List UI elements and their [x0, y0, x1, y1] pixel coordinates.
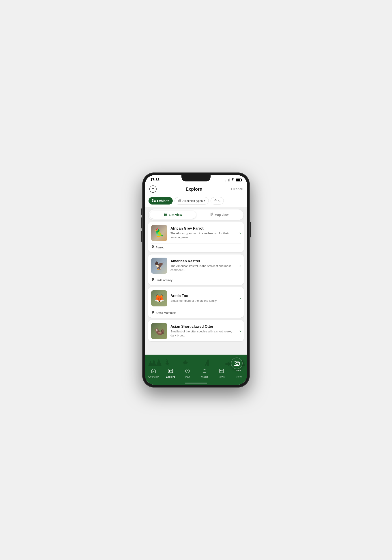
plan-icon — [185, 369, 190, 375]
nav-label-wallet: Wallet — [201, 375, 208, 378]
nav-item-overview[interactable]: Overview — [145, 368, 162, 379]
bottom-nav: Overview Explore — [145, 366, 247, 383]
svg-rect-12 — [214, 199, 215, 200]
phone-screen: 17:53 — [145, 175, 247, 385]
animal-location-kestrel: Birds of Prey — [156, 279, 172, 282]
animal-location-fox: Small Mammals — [156, 311, 176, 314]
animals-list: African Grey Parrot The African grey par… — [145, 222, 247, 355]
exhibit-types-icon — [178, 199, 181, 202]
status-icons — [226, 178, 242, 182]
animal-location-parrot: Parrot — [156, 246, 163, 249]
notch — [181, 175, 211, 181]
volume-down-button — [141, 231, 142, 242]
nav-item-menu[interactable]: Menu — [230, 368, 247, 379]
svg-rect-63 — [220, 372, 223, 372]
power-button — [250, 222, 251, 238]
svg-rect-3 — [152, 200, 153, 202]
list-view-button[interactable]: List view — [150, 211, 196, 219]
svg-rect-17 — [165, 214, 167, 215]
app-content: ? Explore Clear all — [145, 183, 247, 355]
nav-label-overview: Overview — [148, 375, 159, 378]
status-time: 17:53 — [150, 178, 160, 182]
svg-rect-62 — [222, 371, 223, 371]
volume-silent-button — [141, 208, 142, 215]
svg-rect-22 — [236, 361, 238, 362]
svg-point-65 — [238, 370, 239, 371]
nav-item-news[interactable]: News — [213, 368, 230, 379]
list-view-icon — [164, 213, 167, 217]
svg-rect-14 — [164, 213, 165, 213]
animal-thumbnail-fox — [151, 290, 167, 306]
signal-icon — [226, 178, 230, 181]
svg-rect-10 — [180, 200, 181, 201]
location-icon-parrot — [151, 245, 154, 250]
animal-thumbnail-kestrel — [151, 258, 167, 274]
animal-thumbnail-parrot — [151, 225, 167, 241]
animal-card-otter[interactable]: Asian Short-clawed Otter Smallest of the… — [148, 320, 244, 341]
svg-point-21 — [236, 362, 238, 365]
camera-fab-button[interactable] — [231, 358, 243, 369]
svg-rect-0 — [152, 199, 153, 200]
nav-item-explore[interactable]: Explore — [162, 368, 179, 379]
svg-rect-41 — [185, 364, 185, 366]
battery-icon — [236, 179, 242, 181]
svg-point-51 — [228, 362, 229, 364]
exhibits-filter-button[interactable]: Exhibits — [149, 197, 173, 204]
animal-name-otter: Asian Short-clawed Otter — [171, 325, 236, 329]
animal-card-kestrel[interactable]: American Kestrel The American kestrel, i… — [148, 254, 244, 285]
svg-rect-42 — [186, 364, 186, 366]
menu-icon — [236, 369, 241, 375]
svg-rect-49 — [208, 364, 209, 366]
animal-card-parrot[interactable]: African Grey Parrot The African grey par… — [148, 222, 244, 252]
svg-rect-16 — [164, 214, 165, 215]
bottom-nav-wrapper: Overview Explore — [145, 355, 247, 385]
animal-desc-parrot: The African grey parrot is well-known fo… — [171, 231, 236, 240]
list-view-label: List view — [169, 213, 182, 217]
svg-rect-48 — [207, 364, 208, 366]
svg-rect-13 — [215, 199, 217, 200]
map-view-button[interactable]: Map view — [196, 211, 242, 219]
svg-rect-1 — [154, 199, 156, 199]
chevron-right-icon-kestrel: › — [240, 263, 241, 268]
map-view-label: Map view — [215, 213, 229, 217]
svg-rect-8 — [180, 200, 181, 200]
svg-rect-2 — [154, 200, 156, 200]
chevron-right-icon-fox: › — [240, 296, 241, 301]
view-toggle: List view Map view — [149, 210, 243, 220]
chevron-right-icon-parrot: › — [240, 231, 241, 235]
nav-item-plan[interactable]: Plan — [179, 368, 196, 379]
help-button[interactable]: ? — [149, 185, 157, 193]
exhibits-filter-icon — [152, 199, 156, 203]
map-view-icon — [210, 213, 213, 217]
nav-label-explore: Explore — [166, 375, 175, 378]
chevron-down-icon: ▾ — [204, 199, 205, 202]
svg-rect-34 — [168, 364, 169, 366]
svg-point-64 — [237, 370, 238, 371]
third-filter-button[interactable]: C — [211, 197, 224, 204]
svg-rect-5 — [154, 201, 156, 202]
svg-point-66 — [240, 370, 241, 371]
wallet-icon — [202, 369, 207, 375]
home-indicator — [145, 383, 247, 385]
animal-desc-otter: Smallest of the otter species with a sho… — [171, 330, 236, 338]
svg-rect-33 — [167, 364, 167, 366]
header: ? Explore Clear all — [145, 183, 247, 195]
animal-card-fox[interactable]: Arctic Fox Small members of the canine f… — [148, 287, 244, 318]
svg-rect-4 — [154, 200, 156, 201]
location-icon-fox — [151, 311, 154, 315]
svg-rect-53 — [228, 364, 229, 366]
exhibit-types-filter-button[interactable]: All exhibit types ▾ — [174, 197, 209, 204]
svg-rect-15 — [165, 213, 167, 213]
nav-item-wallet[interactable]: Wallet — [196, 368, 213, 379]
svg-rect-19 — [165, 216, 167, 216]
svg-rect-60 — [220, 370, 221, 371]
svg-point-36 — [166, 361, 168, 362]
third-filter-label: C — [218, 199, 221, 202]
location-icon-kestrel — [151, 278, 154, 282]
svg-rect-6 — [178, 199, 179, 200]
phone-device: 17:53 — [142, 172, 250, 388]
clear-all-button[interactable]: Clear all — [231, 187, 243, 191]
explore-icon — [168, 369, 173, 375]
chevron-right-icon-otter: › — [240, 329, 241, 333]
svg-rect-18 — [164, 215, 165, 216]
